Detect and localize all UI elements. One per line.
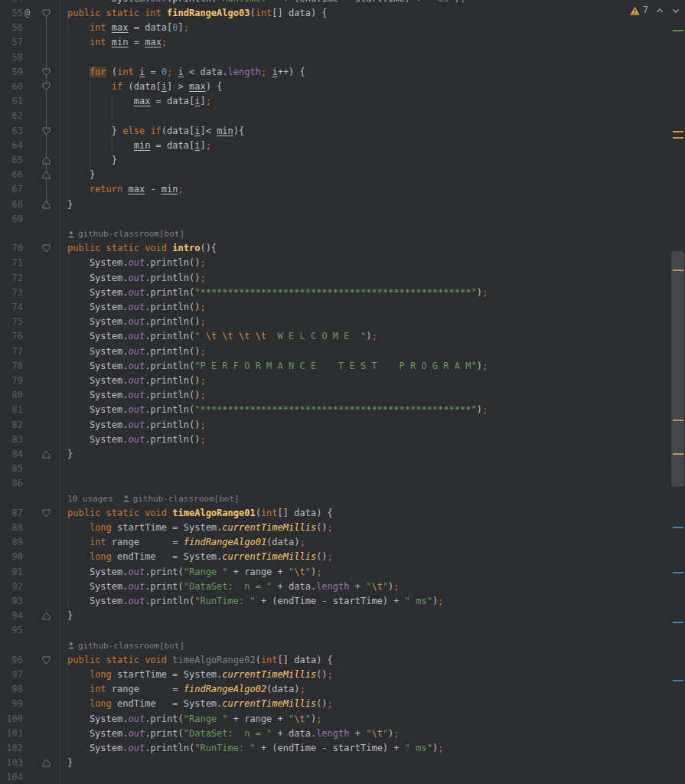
line-number[interactable]: 77 <box>0 345 23 359</box>
code-text[interactable]: System.out.println(); <box>67 300 206 315</box>
line-number[interactable]: 58 <box>0 51 23 65</box>
code-text[interactable]: System.out.println(); <box>67 256 206 270</box>
line-number[interactable]: 95 <box>0 623 23 638</box>
line-number[interactable]: 104 <box>0 770 23 784</box>
code-text[interactable]: System.out.println("********************… <box>67 403 488 417</box>
code-text[interactable]: System.out.println(); <box>67 418 206 433</box>
line-number[interactable]: 79 <box>0 374 23 388</box>
line-number[interactable]: 71 <box>0 256 23 270</box>
code-text[interactable]: System.out.println(); <box>67 433 206 447</box>
code-text[interactable]: System.out.println(); <box>67 315 206 329</box>
stripe-mark-info[interactable] <box>673 680 683 681</box>
code-text[interactable]: } <box>67 609 73 623</box>
line-number[interactable]: 96 <box>0 653 23 668</box>
previous-problem-button[interactable] <box>655 6 664 15</box>
code-text[interactable]: } <box>67 447 73 462</box>
line-number[interactable]: 68 <box>0 198 23 212</box>
line-number[interactable]: 85 <box>0 462 23 476</box>
author-hint[interactable]: github-classroom[bot] <box>133 492 240 506</box>
code-text[interactable]: } <box>67 756 73 770</box>
code-text[interactable]: } <box>67 198 73 212</box>
annotation-gutter-icon[interactable]: @ <box>24 6 30 21</box>
line-number[interactable]: 83 <box>0 433 23 447</box>
line-number[interactable]: 87 <box>0 506 23 521</box>
warnings-indicator[interactable] <box>630 6 640 15</box>
line-number[interactable]: 55 <box>0 6 23 21</box>
author-hint[interactable]: github-classroom[bot] <box>78 639 184 653</box>
code-text[interactable]: public static void intro(){ <box>67 241 217 256</box>
code-text[interactable]: System.out.println("RunTime: " + (endTim… <box>67 0 465 6</box>
line-number[interactable]: 78 <box>0 359 23 374</box>
line-number[interactable]: 59 <box>0 65 23 80</box>
code-text[interactable]: System.out.print("DataSet: n = " + data.… <box>67 580 400 594</box>
fold-expanded-icon[interactable] <box>42 509 51 518</box>
fold-collapse-end-icon[interactable] <box>42 171 51 179</box>
code-text[interactable]: System.out.println("********************… <box>67 286 488 300</box>
stripe-mark-info[interactable] <box>673 622 683 623</box>
fold-expanded-icon[interactable] <box>42 244 51 253</box>
line-number[interactable]: 93 <box>0 594 23 609</box>
line-number[interactable]: 102 <box>0 741 23 756</box>
fold-collapse-end-icon[interactable] <box>42 201 51 209</box>
line-number[interactable]: 60 <box>0 80 23 94</box>
line-number[interactable]: 74 <box>0 300 23 315</box>
code-text[interactable]: long startTime = System.currentTimeMilli… <box>67 521 333 535</box>
code-text[interactable]: int min = max; <box>67 35 167 50</box>
code-text[interactable]: if (data[i] > max) { <box>67 80 222 94</box>
line-number[interactable]: 92 <box>0 580 23 594</box>
line-number[interactable]: 56 <box>0 21 23 35</box>
line-number[interactable]: 62 <box>0 109 23 123</box>
line-number[interactable]: 66 <box>0 168 23 182</box>
line-number[interactable]: 84 <box>0 447 23 462</box>
stripe-mark-warning[interactable] <box>673 131 683 132</box>
line-number[interactable]: 61 <box>0 94 23 109</box>
code-text[interactable]: System.out.println(); <box>67 388 206 403</box>
code-text[interactable]: long endTime = System.currentTimeMillis(… <box>67 550 333 564</box>
code-text[interactable]: System.out.println("P E R F O R M A N C … <box>67 359 488 374</box>
line-number[interactable]: 101 <box>0 727 23 741</box>
line-number[interactable]: 97 <box>0 668 23 682</box>
line-number[interactable]: 80 <box>0 388 23 403</box>
line-number[interactable]: 94 <box>0 609 23 623</box>
line-number[interactable]: 57 <box>0 35 23 50</box>
code-text[interactable]: int range = findRangeAlgo02(data); <box>67 682 305 697</box>
code-text[interactable]: System.out.println(); <box>67 345 206 359</box>
stripe-mark-info[interactable] <box>673 572 683 573</box>
line-number[interactable]: 99 <box>0 697 23 711</box>
line-number[interactable]: 89 <box>0 535 23 550</box>
fold-collapse-end-icon[interactable] <box>42 612 51 620</box>
code-text[interactable]: } <box>67 168 95 182</box>
line-number[interactable]: 69 <box>0 212 23 227</box>
code-text[interactable]: for (int i = 0; i < data.length; i++) { <box>67 65 305 80</box>
code-text[interactable]: public static int findRangeAlgo03(int[] … <box>67 6 328 21</box>
code-text[interactable]: System.out.println(); <box>67 271 206 286</box>
code-text[interactable]: System.out.println(" \t \t \t \t W E L C… <box>67 329 377 344</box>
code-text[interactable]: System.out.println("RunTime: " + (endTim… <box>67 594 443 609</box>
line-number[interactable]: 91 <box>0 565 23 580</box>
fold-expanded-icon[interactable] <box>42 68 51 77</box>
fold-expanded-icon[interactable] <box>42 9 51 18</box>
line-number[interactable]: 90 <box>0 550 23 564</box>
fold-collapse-end-icon[interactable] <box>42 156 51 165</box>
fold-collapse-end-icon[interactable] <box>42 759 51 767</box>
code-text[interactable]: long startTime = System.currentTimeMilli… <box>67 668 333 682</box>
line-number[interactable]: 103 <box>0 756 23 770</box>
usages-hint[interactable]: 10 usages <box>67 492 113 506</box>
code-text[interactable]: max = data[i]; <box>67 94 211 109</box>
line-number[interactable]: 76 <box>0 329 23 344</box>
code-text[interactable]: public static void timeAlgoRange02(int[]… <box>67 653 333 668</box>
line-number[interactable]: 63 <box>0 124 23 139</box>
fold-expanded-icon[interactable] <box>42 656 51 665</box>
line-number[interactable]: 82 <box>0 418 23 433</box>
code-text[interactable]: System.out.println(); <box>67 374 206 388</box>
stripe-mark-vcs-change[interactable] <box>673 30 683 31</box>
line-number[interactable]: 100 <box>0 712 23 727</box>
code-text[interactable]: } else if(data[i]< min){ <box>67 124 244 139</box>
fold-expanded-icon[interactable] <box>42 127 51 136</box>
line-number[interactable]: 88 <box>0 521 23 535</box>
line-number[interactable]: 86 <box>0 476 23 491</box>
code-text[interactable]: System.out.print("Range " + range + "\t"… <box>67 565 321 580</box>
stripe-mark-warning[interactable] <box>673 137 683 139</box>
scrollbar-thumb[interactable] <box>671 251 684 487</box>
line-number[interactable]: 73 <box>0 286 23 300</box>
